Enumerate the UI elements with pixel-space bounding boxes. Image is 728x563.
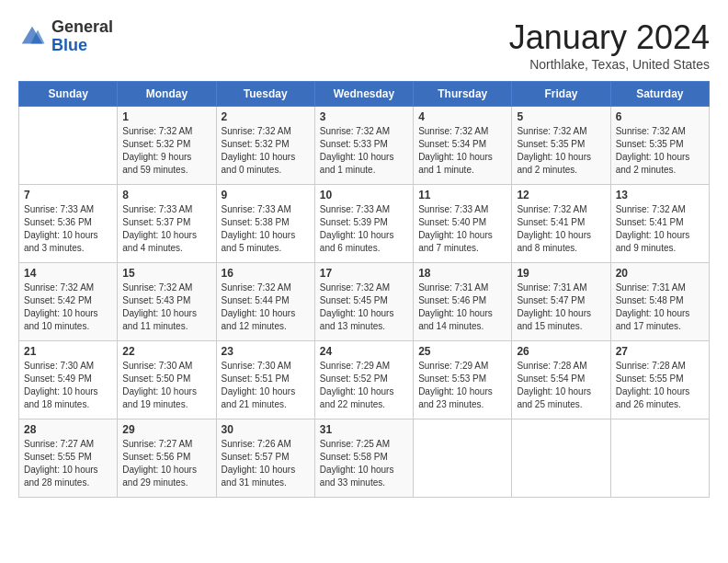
- day-info: Sunrise: 7:30 AM Sunset: 5:49 PM Dayligh…: [24, 360, 112, 411]
- week-row-4: 28Sunrise: 7:27 AM Sunset: 5:55 PM Dayli…: [19, 419, 710, 498]
- day-number: 9: [222, 189, 310, 201]
- day-cell: 21Sunrise: 7:30 AM Sunset: 5:49 PM Dayli…: [19, 341, 118, 419]
- day-number: 7: [24, 189, 112, 201]
- day-number: 11: [418, 189, 506, 201]
- day-info: Sunrise: 7:32 AM Sunset: 5:33 PM Dayligh…: [320, 125, 408, 177]
- day-info: Sunrise: 7:32 AM Sunset: 5:43 PM Dayligh…: [122, 282, 210, 333]
- day-cell: [512, 419, 610, 498]
- day-number: 25: [418, 345, 506, 358]
- day-number: 3: [320, 110, 408, 123]
- day-info: Sunrise: 7:33 AM Sunset: 5:36 PM Dayligh…: [24, 203, 112, 255]
- day-info: Sunrise: 7:28 AM Sunset: 5:54 PM Dayligh…: [517, 360, 605, 411]
- day-cell: 17Sunrise: 7:32 AM Sunset: 5:45 PM Dayli…: [314, 263, 413, 341]
- month-title: January 2024: [509, 18, 710, 57]
- week-row-2: 14Sunrise: 7:32 AM Sunset: 5:42 PM Dayli…: [19, 263, 710, 341]
- day-cell: 14Sunrise: 7:32 AM Sunset: 5:42 PM Dayli…: [19, 263, 118, 341]
- day-cell: 15Sunrise: 7:32 AM Sunset: 5:43 PM Dayli…: [118, 263, 216, 341]
- day-number: 15: [122, 267, 210, 280]
- day-number: 6: [616, 110, 704, 123]
- day-info: Sunrise: 7:30 AM Sunset: 5:51 PM Dayligh…: [222, 360, 310, 411]
- day-info: Sunrise: 7:32 AM Sunset: 5:42 PM Dayligh…: [24, 282, 112, 333]
- day-info: Sunrise: 7:27 AM Sunset: 5:56 PM Dayligh…: [122, 438, 210, 489]
- day-info: Sunrise: 7:32 AM Sunset: 5:35 PM Dayligh…: [517, 125, 605, 177]
- day-cell: 13Sunrise: 7:32 AM Sunset: 5:41 PM Dayli…: [610, 185, 709, 263]
- day-cell: 16Sunrise: 7:32 AM Sunset: 5:44 PM Dayli…: [216, 263, 314, 341]
- day-number: 2: [222, 110, 310, 123]
- day-header-friday: Friday: [512, 82, 610, 107]
- day-cell: 22Sunrise: 7:30 AM Sunset: 5:50 PM Dayli…: [118, 341, 216, 419]
- day-cell: 7Sunrise: 7:33 AM Sunset: 5:36 PM Daylig…: [19, 185, 118, 263]
- day-info: Sunrise: 7:32 AM Sunset: 5:41 PM Dayligh…: [517, 203, 605, 255]
- day-number: 21: [24, 345, 112, 358]
- day-header-tuesday: Tuesday: [216, 82, 314, 107]
- day-info: Sunrise: 7:32 AM Sunset: 5:32 PM Dayligh…: [222, 125, 310, 177]
- day-header-monday: Monday: [118, 82, 216, 107]
- day-number: 1: [122, 110, 210, 123]
- day-cell: 27Sunrise: 7:28 AM Sunset: 5:55 PM Dayli…: [610, 341, 709, 419]
- day-cell: [19, 107, 118, 185]
- day-cell: 23Sunrise: 7:30 AM Sunset: 5:51 PM Dayli…: [216, 341, 314, 419]
- calendar-header: SundayMondayTuesdayWednesdayThursdayFrid…: [19, 82, 710, 107]
- day-info: Sunrise: 7:29 AM Sunset: 5:52 PM Dayligh…: [320, 360, 408, 411]
- day-cell: 25Sunrise: 7:29 AM Sunset: 5:53 PM Dayli…: [414, 341, 512, 419]
- day-cell: 19Sunrise: 7:31 AM Sunset: 5:47 PM Dayli…: [512, 263, 610, 341]
- day-cell: 30Sunrise: 7:26 AM Sunset: 5:57 PM Dayli…: [216, 419, 314, 498]
- day-cell: 10Sunrise: 7:33 AM Sunset: 5:39 PM Dayli…: [314, 185, 413, 263]
- day-info: Sunrise: 7:31 AM Sunset: 5:47 PM Dayligh…: [517, 282, 605, 333]
- logo: General Blue: [18, 18, 113, 55]
- day-cell: [610, 419, 709, 498]
- day-info: Sunrise: 7:26 AM Sunset: 5:57 PM Dayligh…: [222, 438, 310, 489]
- day-number: 12: [517, 189, 605, 201]
- day-cell: 20Sunrise: 7:31 AM Sunset: 5:48 PM Dayli…: [610, 263, 709, 341]
- calendar-table: SundayMondayTuesdayWednesdayThursdayFrid…: [18, 81, 710, 498]
- day-cell: 11Sunrise: 7:33 AM Sunset: 5:40 PM Dayli…: [414, 185, 512, 263]
- day-number: 19: [517, 267, 605, 280]
- day-cell: 1Sunrise: 7:32 AM Sunset: 5:32 PM Daylig…: [118, 107, 216, 185]
- day-number: 20: [616, 267, 704, 280]
- day-number: 14: [24, 267, 112, 280]
- logo-general: General: [51, 18, 113, 37]
- day-header-sunday: Sunday: [19, 82, 118, 107]
- page-header: General Blue January 2024 Northlake, Tex…: [18, 18, 710, 72]
- day-number: 30: [222, 423, 310, 436]
- day-info: Sunrise: 7:33 AM Sunset: 5:39 PM Dayligh…: [320, 203, 408, 255]
- day-info: Sunrise: 7:32 AM Sunset: 5:45 PM Dayligh…: [320, 282, 408, 333]
- day-cell: 28Sunrise: 7:27 AM Sunset: 5:55 PM Dayli…: [19, 419, 118, 498]
- day-cell: 4Sunrise: 7:32 AM Sunset: 5:34 PM Daylig…: [414, 107, 512, 185]
- day-info: Sunrise: 7:27 AM Sunset: 5:55 PM Dayligh…: [24, 438, 112, 489]
- day-info: Sunrise: 7:28 AM Sunset: 5:55 PM Dayligh…: [616, 360, 704, 411]
- day-info: Sunrise: 7:33 AM Sunset: 5:40 PM Dayligh…: [418, 203, 506, 255]
- day-number: 26: [517, 345, 605, 358]
- day-info: Sunrise: 7:33 AM Sunset: 5:37 PM Dayligh…: [122, 203, 210, 255]
- location: Northlake, Texas, United States: [509, 57, 710, 72]
- day-info: Sunrise: 7:32 AM Sunset: 5:35 PM Dayligh…: [616, 125, 704, 177]
- day-header-thursday: Thursday: [414, 82, 512, 107]
- day-cell: [414, 419, 512, 498]
- day-info: Sunrise: 7:31 AM Sunset: 5:46 PM Dayligh…: [418, 282, 506, 333]
- day-cell: 18Sunrise: 7:31 AM Sunset: 5:46 PM Dayli…: [414, 263, 512, 341]
- logo-icon: [18, 23, 46, 51]
- day-cell: 29Sunrise: 7:27 AM Sunset: 5:56 PM Dayli…: [118, 419, 216, 498]
- day-cell: 12Sunrise: 7:32 AM Sunset: 5:41 PM Dayli…: [512, 185, 610, 263]
- day-info: Sunrise: 7:32 AM Sunset: 5:34 PM Dayligh…: [418, 125, 506, 177]
- day-info: Sunrise: 7:32 AM Sunset: 5:32 PM Dayligh…: [122, 125, 210, 177]
- day-cell: 6Sunrise: 7:32 AM Sunset: 5:35 PM Daylig…: [610, 107, 709, 185]
- day-number: 4: [418, 110, 506, 123]
- day-number: 17: [320, 267, 408, 280]
- day-info: Sunrise: 7:32 AM Sunset: 5:41 PM Dayligh…: [616, 203, 704, 255]
- day-cell: 8Sunrise: 7:33 AM Sunset: 5:37 PM Daylig…: [118, 185, 216, 263]
- day-number: 28: [24, 423, 112, 436]
- day-number: 13: [616, 189, 704, 201]
- day-number: 22: [122, 345, 210, 358]
- day-number: 27: [616, 345, 704, 358]
- day-header-saturday: Saturday: [610, 82, 709, 107]
- logo-text: General Blue: [51, 18, 113, 55]
- day-info: Sunrise: 7:33 AM Sunset: 5:38 PM Dayligh…: [222, 203, 310, 255]
- day-info: Sunrise: 7:25 AM Sunset: 5:58 PM Dayligh…: [320, 438, 408, 489]
- day-number: 29: [122, 423, 210, 436]
- day-number: 8: [122, 189, 210, 201]
- day-info: Sunrise: 7:32 AM Sunset: 5:44 PM Dayligh…: [222, 282, 310, 333]
- title-block: January 2024 Northlake, Texas, United St…: [509, 18, 710, 72]
- day-cell: 3Sunrise: 7:32 AM Sunset: 5:33 PM Daylig…: [314, 107, 413, 185]
- day-number: 24: [320, 345, 408, 358]
